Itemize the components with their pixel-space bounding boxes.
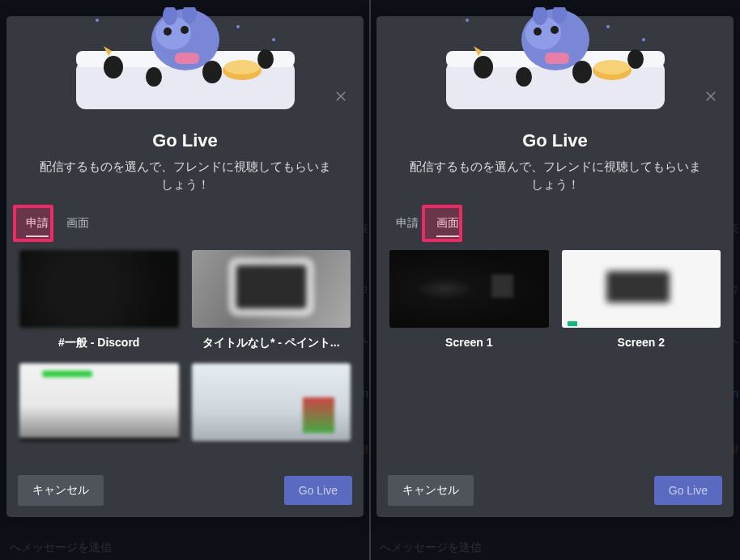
- go-live-modal: Go Live 配信するものを選んで、フレンドに視聴してもらいましょう！ 申請 …: [376, 16, 734, 517]
- svg-point-34: [606, 25, 610, 28]
- source-label: タイトルなし* - ペイント...: [192, 336, 351, 350]
- source-grid: Screen 1 Screen 2: [376, 239, 734, 349]
- bg-text: へメッセージを送信: [380, 541, 482, 555]
- cancel-button[interactable]: キャンセル: [18, 475, 104, 506]
- source-item[interactable]: [19, 363, 179, 441]
- go-live-button[interactable]: Go Live: [654, 476, 722, 505]
- source-thumbnail: [19, 363, 179, 441]
- svg-point-17: [272, 38, 275, 41]
- svg-rect-26: [545, 53, 569, 64]
- source-item[interactable]: Screen 2: [562, 250, 721, 349]
- svg-point-12: [202, 61, 222, 83]
- svg-point-25: [551, 26, 559, 34]
- modal-subtitle: 配信するものを選んで、フレンドに視聴してもらいましょう！: [406, 158, 704, 193]
- source-thumbnail: [192, 250, 351, 328]
- cancel-button[interactable]: キャンセル: [388, 475, 474, 506]
- modal-footer: キャンセル Go Live: [18, 475, 352, 506]
- panel-right: 由表 をカ 友人 on d if へメッセージを送信: [370, 0, 740, 560]
- svg-point-15: [96, 19, 99, 22]
- tab-applications[interactable]: 申請: [389, 211, 425, 239]
- svg-point-32: [516, 67, 532, 87]
- svg-point-29: [474, 56, 493, 78]
- svg-point-28: [594, 60, 630, 74]
- svg-point-11: [104, 56, 123, 78]
- source-thumbnail: [562, 250, 721, 328]
- hero-image: [6, 16, 364, 109]
- svg-point-31: [627, 49, 644, 69]
- svg-point-30: [572, 61, 592, 83]
- source-thumbnail: [389, 250, 549, 328]
- source-label: Screen 1: [389, 336, 549, 349]
- svg-point-16: [236, 25, 240, 28]
- modal-footer: キャンセル Go Live: [388, 475, 722, 506]
- tabs: 申請 画面: [389, 211, 734, 239]
- modal-title: Go Live: [6, 130, 364, 151]
- tab-screens[interactable]: 画面: [60, 211, 96, 239]
- modal-title: Go Live: [376, 130, 734, 151]
- source-item[interactable]: Screen 1: [389, 250, 549, 349]
- bg-text: へメッセージを送信: [10, 541, 112, 555]
- tabs: 申請 画面: [19, 211, 364, 239]
- svg-point-10: [224, 60, 260, 74]
- source-grid: #一般 - Discord タイトルなし* - ペイント...: [6, 239, 364, 441]
- source-item[interactable]: タイトルなし* - ペイント...: [192, 250, 351, 350]
- wumpus-stream-icon: [446, 7, 665, 109]
- svg-point-33: [466, 19, 469, 22]
- source-item[interactable]: [192, 363, 351, 441]
- source-thumbnail: [192, 363, 351, 441]
- source-label: #一般 - Discord: [19, 336, 179, 350]
- wumpus-stream-icon: [76, 7, 295, 109]
- tab-applications[interactable]: 申請: [19, 211, 55, 239]
- go-live-button[interactable]: Go Live: [284, 476, 352, 505]
- svg-rect-8: [175, 53, 199, 64]
- modal-subtitle: 配信するものを選んで、フレンドに視聴してもらいましょう！: [36, 158, 334, 193]
- svg-point-6: [164, 28, 172, 36]
- source-thumbnail: [19, 250, 179, 328]
- go-live-modal: Go Live 配信するものを選んで、フレンドに視聴してもらいましょう！ 申請 …: [6, 16, 364, 517]
- panel-left: 由表 をカ 友人 on d if へメッセージを送信: [0, 0, 370, 560]
- source-label: Screen 2: [562, 336, 721, 349]
- svg-point-24: [534, 28, 542, 36]
- svg-point-13: [257, 49, 274, 69]
- source-item[interactable]: #一般 - Discord: [19, 250, 179, 350]
- svg-point-14: [146, 67, 162, 87]
- svg-point-35: [642, 38, 645, 41]
- hero-image: [376, 16, 734, 109]
- tab-screens[interactable]: 画面: [430, 211, 466, 239]
- svg-point-7: [181, 26, 189, 34]
